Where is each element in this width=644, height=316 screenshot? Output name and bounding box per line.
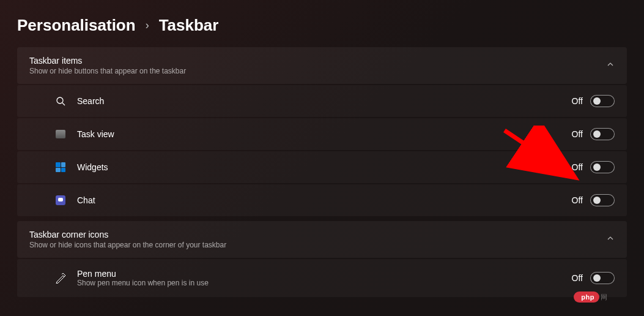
section-title: Taskbar items	[29, 56, 186, 66]
toggle-pen-menu[interactable]	[590, 272, 615, 284]
toggle-state-pen-menu: Off	[572, 273, 583, 283]
setting-row-taskview: Task view Off	[17, 118, 627, 150]
toggle-state-widgets: Off	[572, 162, 583, 172]
breadcrumb-parent[interactable]: Personalisation	[17, 16, 136, 35]
chevron-up-icon	[606, 60, 615, 71]
watermark: php 网	[574, 292, 607, 303]
setting-row-chat: Chat Off	[17, 184, 627, 216]
taskview-icon	[55, 129, 66, 140]
setting-label-search: Search	[77, 96, 104, 106]
breadcrumb-current: Taskbar	[159, 16, 219, 35]
section-header-taskbar-items[interactable]: Taskbar items Show or hide buttons that …	[17, 47, 627, 84]
section-title: Taskbar corner icons	[29, 230, 226, 239]
toggle-state-search: Off	[572, 96, 583, 106]
setting-label-pen-menu: Pen menu	[77, 269, 209, 279]
section-subtitle: Show or hide icons that appear on the co…	[29, 241, 226, 249]
setting-label-widgets: Widgets	[77, 162, 108, 172]
toggle-chat[interactable]	[590, 194, 615, 206]
setting-row-pen-menu: Pen menu Show pen menu icon when pen is …	[17, 259, 627, 297]
pen-icon	[55, 273, 66, 284]
setting-label-chat: Chat	[77, 195, 95, 205]
toggle-widgets[interactable]	[590, 161, 615, 173]
setting-sublabel-pen-menu: Show pen menu icon when pen is in use	[77, 279, 209, 287]
toggle-state-chat: Off	[572, 195, 583, 205]
setting-row-search: Search Off	[17, 85, 627, 117]
section-subtitle: Show or hide buttons that appear on the …	[29, 67, 186, 75]
chevron-right-icon: ›	[146, 19, 149, 32]
toggle-search[interactable]	[590, 95, 615, 107]
svg-line-1	[62, 103, 65, 105]
setting-label-taskview: Task view	[77, 129, 114, 139]
toggle-state-taskview: Off	[572, 129, 583, 139]
watermark-suffix: 网	[601, 293, 607, 302]
search-icon	[55, 96, 66, 107]
toggle-taskview[interactable]	[590, 128, 615, 140]
chevron-up-icon	[606, 234, 615, 245]
chat-icon	[55, 195, 66, 206]
section-header-taskbar-corner[interactable]: Taskbar corner icons Show or hide icons …	[17, 221, 627, 258]
watermark-pill: php	[574, 292, 599, 303]
setting-row-widgets: Widgets Off	[17, 151, 627, 183]
svg-point-0	[57, 97, 63, 103]
breadcrumb: Personalisation › Taskbar	[0, 0, 644, 47]
widgets-icon	[55, 162, 66, 173]
